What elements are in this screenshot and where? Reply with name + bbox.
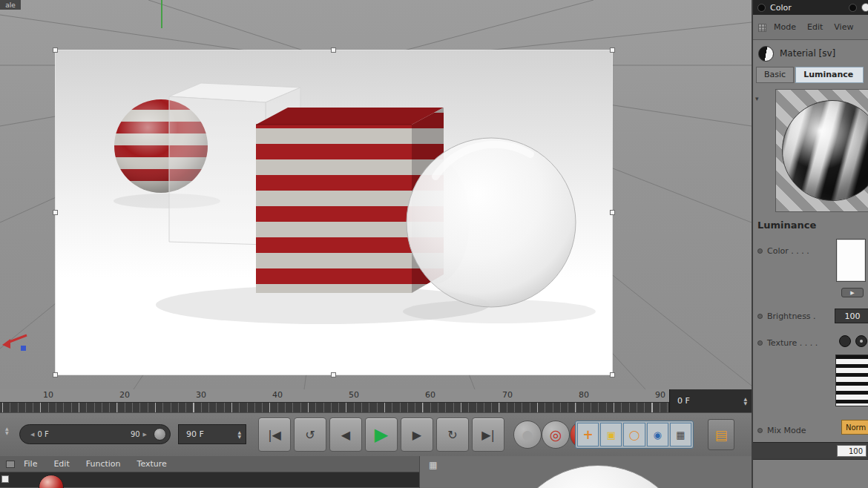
- frame-stepper[interactable]: ▲▼: [743, 397, 747, 406]
- timeline-ruler[interactable]: 10 20 30 40 50 60 70 80 90: [0, 389, 669, 412]
- selection-handle[interactable]: [331, 372, 336, 377]
- axis-gizmo: [2, 335, 27, 351]
- menu-file[interactable]: File: [24, 459, 37, 469]
- color-swatch[interactable]: [836, 239, 866, 282]
- range-knob[interactable]: [154, 428, 166, 441]
- menu-view[interactable]: View: [834, 22, 853, 32]
- material-thumbnail-sphere[interactable]: [39, 475, 64, 488]
- key-scale-toggle[interactable]: ▣: [600, 423, 622, 446]
- menu-edit[interactable]: Edit: [807, 22, 823, 32]
- material-preview[interactable]: [775, 89, 868, 212]
- expander-arrow-icon: ▶: [850, 290, 854, 296]
- layer-icon: ▤: [714, 427, 727, 443]
- keyframe-dot-icon[interactable]: [757, 428, 763, 433]
- header-half-circle-icon[interactable]: [861, 3, 868, 12]
- color-expander-button[interactable]: ▶: [841, 288, 864, 297]
- panel-grid-icon[interactable]: [758, 24, 766, 32]
- play-icon: ▶: [375, 424, 388, 445]
- ruler-tick-label: 10: [43, 390, 53, 400]
- render-region[interactable]: [56, 50, 612, 375]
- autokeying-button[interactable]: ◎: [542, 421, 570, 449]
- panel-title: Color: [770, 3, 792, 13]
- ruler-tick-label: 70: [502, 390, 513, 400]
- next-key-icon: ↻: [447, 428, 457, 442]
- position-icon: +: [582, 427, 593, 442]
- menu-function[interactable]: Function: [86, 459, 121, 469]
- keyframe-dot-icon[interactable]: [757, 248, 763, 254]
- go-to-end-icon: ▶|: [481, 428, 495, 442]
- mix-mode-dropdown[interactable]: Norm ▾: [841, 420, 868, 435]
- menu-texture[interactable]: Texture: [137, 459, 167, 469]
- key-parameter-toggle[interactable]: ◉: [647, 423, 668, 446]
- ruler-tick-strip[interactable]: [0, 402, 669, 412]
- selection-handle[interactable]: [610, 372, 615, 377]
- layer-panel-button[interactable]: ▤: [708, 419, 734, 450]
- current-frame-field[interactable]: 0 F ▲▼: [669, 389, 752, 412]
- preview-collapse-arrow-icon[interactable]: ▾: [755, 95, 759, 102]
- object-title: Material [sv]: [780, 48, 835, 59]
- tab-basic[interactable]: Basic: [756, 67, 794, 83]
- material-manager-menubar: File Edit Function Texture: [0, 456, 419, 472]
- previous-key-icon: ↺: [305, 428, 315, 442]
- channel-dot-icon: [757, 4, 766, 12]
- key-rotation-toggle[interactable]: ◯: [623, 423, 645, 446]
- material-preview-panel: ▦: [419, 456, 752, 488]
- go-to-next-key-button[interactable]: ↻: [436, 418, 469, 452]
- selection-handle[interactable]: [53, 372, 58, 377]
- material-manager: File Edit Function Texture: [0, 456, 419, 488]
- material-preview-sphere: [782, 100, 868, 201]
- parameter-icon: ◉: [654, 429, 662, 441]
- texture-options-button[interactable]: [855, 335, 867, 347]
- selection-handle[interactable]: [53, 210, 58, 215]
- end-frame-stepper[interactable]: ▲▼: [237, 430, 241, 439]
- attribute-menubar: Mode Edit View: [753, 15, 868, 40]
- go-to-previous-key-button[interactable]: ↺: [294, 418, 326, 452]
- mix-mode-value: Norm: [846, 423, 866, 432]
- brightness-field[interactable]: 100: [835, 309, 868, 323]
- go-to-start-button[interactable]: |◀: [258, 418, 291, 452]
- autokey-icon: ◎: [550, 426, 562, 443]
- range-stepper[interactable]: ▲▼: [5, 426, 9, 435]
- pla-icon: ▦: [676, 429, 685, 441]
- ruler-tick-label: 90: [655, 390, 665, 400]
- transport-bar: ▲▼ ◀ 0 F 90 ▶ 90 F ▲▼ |◀ ↺ ◀ ▶ ▶ ↻ ▶| ● …: [0, 412, 752, 456]
- end-frame-field[interactable]: 90 F ▲▼: [178, 424, 246, 444]
- menu-edit[interactable]: Edit: [53, 459, 69, 469]
- key-pla-toggle[interactable]: ▦: [670, 423, 691, 446]
- header-circle-icon[interactable]: [849, 4, 857, 12]
- selection-handle[interactable]: [53, 47, 58, 53]
- record-icon: ●: [522, 427, 533, 442]
- viewport[interactable]: ale: [0, 0, 752, 389]
- record-keyframe-button[interactable]: ●: [513, 421, 542, 449]
- previous-frame-button[interactable]: ◀: [329, 418, 362, 452]
- next-frame-button[interactable]: ▶: [401, 418, 433, 452]
- go-to-end-button[interactable]: ▶|: [472, 418, 504, 452]
- tab-luminance[interactable]: Luminance: [795, 67, 864, 83]
- next-frame-icon: ▶: [412, 428, 421, 442]
- ruler-tick-label: 50: [349, 390, 359, 400]
- preview-range-slider[interactable]: ◀ 0 F 90 ▶: [19, 424, 171, 444]
- end-frame-value: 90 F: [186, 429, 204, 439]
- key-position-toggle[interactable]: +: [577, 423, 599, 446]
- keyframe-dot-icon[interactable]: [757, 340, 763, 346]
- menu-mode[interactable]: Mode: [774, 22, 796, 32]
- attribute-tabs: Basic Luminance: [753, 67, 868, 85]
- mix-strength-field[interactable]: 100: [837, 445, 867, 457]
- range-start-value: 0 F: [37, 430, 48, 438]
- material-swatch-chip[interactable]: [1, 475, 9, 483]
- ruler-tick-label: 80: [579, 390, 589, 400]
- texture-thumbnail[interactable]: [835, 355, 868, 406]
- scale-icon: ▣: [607, 429, 616, 441]
- keyframe-dot-icon[interactable]: [757, 314, 763, 319]
- ruler-tick-label: 40: [272, 390, 283, 400]
- previous-frame-icon: ◀: [341, 428, 350, 442]
- selection-handle[interactable]: [610, 47, 615, 53]
- brightness-row-label: Brightness .: [757, 311, 816, 321]
- selection-handle[interactable]: [331, 47, 336, 53]
- texture-browse-button[interactable]: [839, 335, 851, 347]
- material-icon: [758, 46, 774, 62]
- selection-handle[interactable]: [610, 210, 615, 215]
- play-button[interactable]: ▶: [365, 418, 398, 452]
- range-end-value: 90: [131, 430, 140, 438]
- grid-icon[interactable]: ▦: [429, 460, 437, 470]
